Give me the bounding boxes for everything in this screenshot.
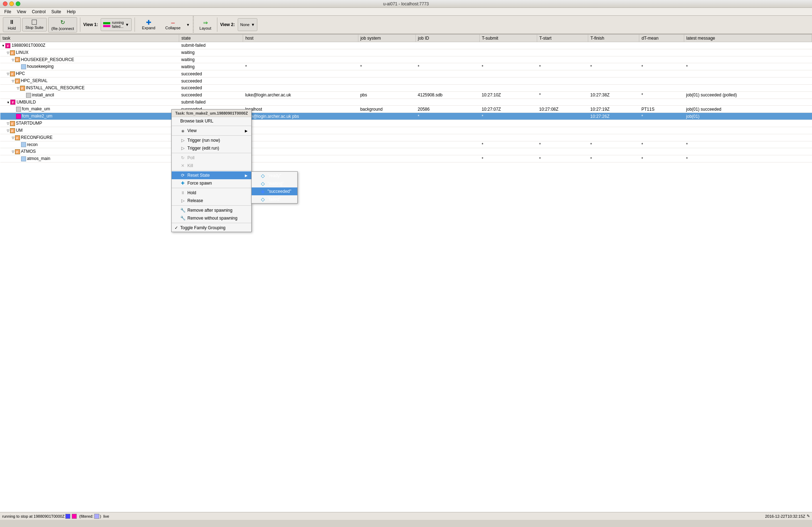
- menu-suite[interactable]: Suite: [49, 9, 64, 15]
- row-arrow[interactable]: ▽: [17, 86, 19, 90]
- browse-task-url-item[interactable]: Browse task URL: [172, 117, 251, 125]
- cell-t-submit: *: [479, 141, 537, 148]
- reset-failed-item[interactable]: ◇ "failed": [252, 195, 297, 203]
- cell-job-system: [358, 99, 415, 106]
- hold-ctx-label: Hold: [187, 190, 196, 195]
- remove-without-label: Remove without spawning: [187, 216, 237, 221]
- row-arrow[interactable]: ▽: [7, 51, 9, 55]
- cell-job-system: [358, 148, 415, 155]
- cell-t-submit: [479, 42, 537, 49]
- hold-ctx-item[interactable]: ⏸ Hold: [172, 189, 251, 197]
- row-arrow[interactable]: ▼: [7, 101, 10, 104]
- cell-message: [684, 127, 812, 134]
- cell-t-submit: 10:27:07Z: [479, 106, 537, 113]
- cell-host: localhost: [243, 106, 358, 113]
- trigger-run-item[interactable]: ▷ Trigger (run now): [172, 136, 251, 144]
- expand-button[interactable]: ✚ Expand: [138, 18, 160, 31]
- cell-state: succeeded: [179, 77, 243, 85]
- kill-item[interactable]: ✕ Kill: [172, 162, 251, 170]
- task-cell: ▽FATMOS: [0, 148, 179, 155]
- col-t-submit: T-submit: [479, 35, 537, 42]
- cell-t-finish: [588, 49, 639, 56]
- table-row[interactable]: ▽FHPC_SERIALsucceeded: [0, 77, 812, 85]
- view1-dropdown[interactable]: runningfailed... ▼: [101, 18, 131, 31]
- table-row[interactable]: ▽FHPCsucceeded: [0, 70, 812, 77]
- table-row[interactable]: ▽FINSTALL_ANCIL_RESOURCEsucceeded: [0, 84, 812, 91]
- row-arrow[interactable]: ▼: [2, 44, 5, 47]
- table-row[interactable]: fcm_make2_umsubmit-failedluke@login.arch…: [0, 113, 812, 120]
- task-table-container[interactable]: task state host job system job ID T-subm…: [0, 34, 812, 512]
- table-row[interactable]: ▽FUMwaiting: [0, 127, 812, 134]
- kill-icon: ✕: [180, 163, 185, 168]
- row-arrow[interactable]: ▽: [12, 136, 14, 140]
- reset-succeeded-item[interactable]: ◆ "succeeded": [252, 187, 297, 195]
- toggle-check: ✓: [175, 225, 178, 230]
- row-arrow[interactable]: ▽: [7, 72, 9, 76]
- view2-dropdown[interactable]: None ▼: [238, 18, 257, 31]
- view-item[interactable]: ◉ View ▶: [172, 127, 251, 135]
- table-row[interactable]: ▽FATMOSwaiting: [0, 148, 812, 155]
- cell-t-start: *: [537, 91, 588, 99]
- poll-item[interactable]: ↻ Poll: [172, 154, 251, 162]
- trigger-edit-item[interactable]: ▷ Trigger (edit run): [172, 144, 251, 152]
- cell-t-finish: [588, 127, 639, 134]
- cell-job-id: [415, 77, 479, 85]
- cell-host: luke@login.archer.ac.uk: [243, 91, 358, 99]
- table-row[interactable]: ▼FUMBUILDsubmit-failed: [0, 99, 812, 106]
- maximize-button[interactable]: [16, 1, 20, 6]
- menu-view[interactable]: View: [14, 9, 29, 15]
- reset-waiting-item[interactable]: ◇ "waiting": [252, 180, 297, 187]
- menu-control[interactable]: Control: [29, 9, 49, 15]
- cell-state: waiting: [179, 63, 243, 70]
- row-arrow[interactable]: ▽: [7, 122, 9, 125]
- table-row[interactable]: ▽FRECONFIGUREwaiting: [0, 134, 812, 141]
- menu-file[interactable]: File: [1, 9, 14, 15]
- stop-suite-button[interactable]: Stop Suite: [22, 18, 47, 31]
- collapse-button[interactable]: – Collapse: [161, 18, 185, 31]
- table-row[interactable]: ▽FLINUXwaiting: [0, 49, 812, 56]
- title-bar: u-ai071 - localhost:7773: [0, 0, 812, 8]
- table-row[interactable]: ▽FSTARTDUMPwaiting: [0, 120, 812, 127]
- menu-bar: File View Control Suite Help: [0, 8, 812, 16]
- expand-dropdown-arrow[interactable]: ▼: [186, 23, 190, 27]
- reset-ready-item[interactable]: ◇ "ready": [252, 172, 297, 180]
- cell-t-finish: [588, 148, 639, 155]
- reconnect-button[interactable]: ↻ (Re-)connect: [48, 17, 77, 32]
- cell-job-id: [415, 120, 479, 127]
- row-arrow[interactable]: ▽: [12, 58, 14, 62]
- close-button[interactable]: [3, 1, 7, 6]
- layout-button[interactable]: ⇒ Layout: [197, 18, 214, 32]
- cell-state: waiting: [179, 56, 243, 63]
- menu-help[interactable]: Help: [64, 9, 79, 15]
- reset-state-item[interactable]: ⟳ Reset State ▶ ◇ "ready" ◇ "waiting" ◆: [172, 171, 251, 179]
- task-name: UM: [16, 128, 23, 133]
- trigger-run-label: Trigger (run now): [187, 138, 220, 143]
- table-row[interactable]: housekeepingwaiting********: [0, 63, 812, 70]
- cell-message: [684, 148, 812, 155]
- cell-t-submit: [479, 56, 537, 63]
- table-row[interactable]: atmos_mainwaiting******: [0, 155, 812, 162]
- expand-icon: ✚: [146, 19, 151, 26]
- cell-dt-mean: [639, 148, 684, 155]
- edit-icon[interactable]: ✎: [807, 514, 810, 518]
- row-arrow[interactable]: ▽: [12, 79, 14, 83]
- release-item[interactable]: ▷ Release: [172, 197, 251, 205]
- row-arrow[interactable]: ▽: [7, 129, 9, 132]
- hold-button[interactable]: ⏸ Hold: [3, 17, 21, 32]
- table-row[interactable]: ▼F19880901T0000Zsubmit-failed: [0, 42, 812, 49]
- cell-job-id: [415, 84, 479, 91]
- table-row[interactable]: ▽FHOUSEKEEP_RESOURCEwaiting: [0, 56, 812, 63]
- cell-t-submit: [479, 70, 537, 77]
- table-row[interactable]: fcm_make_umsucceededlocalhostbackground2…: [0, 106, 812, 113]
- remove-without-item[interactable]: 🔧 Remove without spawning: [172, 214, 251, 222]
- force-spawn-item[interactable]: ✚ Force spawn: [172, 179, 251, 187]
- row-arrow[interactable]: ▽: [12, 150, 14, 154]
- toggle-family-item[interactable]: ✓ Toggle Family Grouping: [172, 224, 251, 232]
- remove-after-item[interactable]: 🔧 Remove after spawning: [172, 206, 251, 214]
- cell-t-submit: 10:27:10Z: [479, 91, 537, 99]
- table-row[interactable]: install_ancilsucceededluke@login.archer.…: [0, 91, 812, 99]
- table-row[interactable]: reconwaiting******: [0, 141, 812, 148]
- minimize-button[interactable]: [9, 1, 14, 6]
- task-name: HPC_SERIAL: [21, 78, 48, 83]
- cell-job-id: *: [415, 113, 479, 120]
